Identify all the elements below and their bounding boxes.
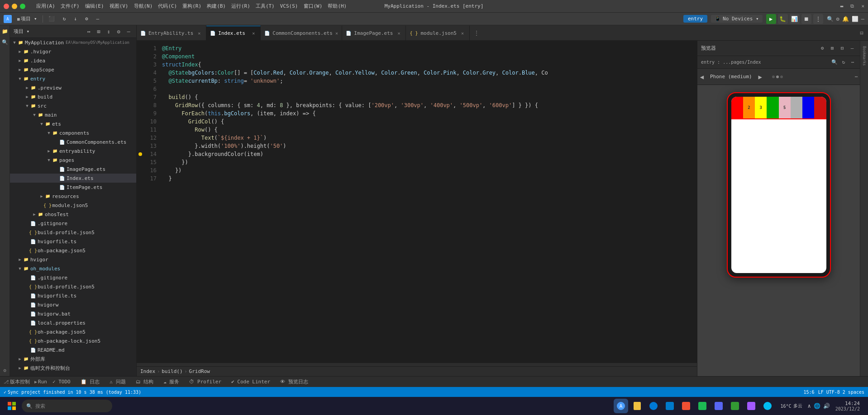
minimize-button[interactable] (12, 4, 17, 9)
tree-hvigorfile-root[interactable]: ▶ 📄 hvigorfile.ts (10, 291, 136, 300)
collapse-icon[interactable]: — (861, 16, 864, 22)
tree-hvigor[interactable]: ▶ 📁 .hvigor (10, 47, 136, 56)
taskbar-app-harmony[interactable]: A (614, 399, 628, 413)
profiler-tab[interactable]: ⏱ Profiler (185, 378, 226, 386)
explorer-btn-settings[interactable]: ⚙ (114, 28, 123, 36)
tree-hvigorw[interactable]: ▶ 📄 hvigorw (10, 300, 136, 309)
speaker-icon[interactable]: 🔊 (823, 403, 830, 409)
explorer-btn-close[interactable]: — (124, 28, 133, 36)
menu-item-refactor[interactable]: 重构(R) (182, 3, 201, 9)
tree-ohpackage-entry[interactable]: ▶ { } oh-package.json5 (10, 246, 136, 255)
version-control-tab[interactable]: ⎇ 版本控制 (4, 378, 30, 385)
taskbar-app-figma[interactable] (744, 399, 758, 413)
code-content[interactable]: @Entry @Component struct Index { @State … (160, 41, 697, 363)
services-tab[interactable]: ☁ 服务 (159, 377, 184, 386)
tree-ohmodules[interactable]: ▼ 📁 oh_modules (10, 264, 136, 273)
tree-buildprofile-root[interactable]: ▶ { } build-profile.json5 (10, 282, 136, 291)
start-button[interactable] (4, 398, 20, 414)
log-tab[interactable]: 📋 日志 (76, 377, 105, 386)
close-button[interactable] (4, 4, 9, 9)
tab-imagepage[interactable]: 📄 ImagePage.ets ✕ (342, 26, 406, 40)
tree-external[interactable]: ▶ 📁 外部库 (10, 354, 136, 363)
menu-item-code[interactable]: 代码(C) (158, 3, 177, 9)
tree-ohpackage-root[interactable]: ▶ { } oh-package.json5 (10, 327, 136, 336)
tree-readme[interactable]: ▶ 📄 README.md (10, 345, 136, 354)
preview-prev-device[interactable]: ◀ (697, 72, 706, 81)
tab-modulejson5[interactable]: { } module.json5 ✕ (406, 26, 470, 40)
tab-close-imagepage[interactable]: ✕ (396, 30, 402, 36)
taskbar-app-browser[interactable] (646, 399, 661, 413)
preview-collapse-icon[interactable]: — (848, 44, 856, 52)
taskbar-app-node[interactable] (728, 399, 742, 413)
tree-main[interactable]: ▼ 📁 main (10, 110, 136, 119)
chevron-icon[interactable]: ∧ (808, 403, 811, 409)
toolbar-icon1[interactable]: ⬛ (46, 15, 57, 23)
todo-tab[interactable]: ✓ TODO (48, 378, 75, 386)
tree-buildprofile-entry[interactable]: ▶ { } build-profile.json5 (10, 228, 136, 237)
taskbar-app-chat[interactable] (711, 399, 726, 413)
tree-preview[interactable]: ▶ 📁 .preview (10, 83, 136, 92)
entry-selector[interactable]: entry (683, 15, 707, 23)
tree-root[interactable]: ▼ 📁 MyApplication EA\HarmonyOS\MyApplica… (10, 38, 136, 47)
stop-button[interactable]: ⏹ (801, 14, 811, 24)
more-button[interactable]: ⋮ (813, 14, 823, 24)
tree-commoncomponents[interactable]: ▶ 📄 CommonComponents.ets (10, 137, 136, 146)
maximize-button[interactable] (20, 4, 25, 9)
tree-entryability[interactable]: ▶ 📁 entryability (10, 146, 136, 156)
menu-item-build[interactable]: 构建(B) (207, 3, 226, 9)
tree-modulejson5[interactable]: ▶ { } module.json5 (10, 201, 136, 210)
menu-item-app[interactable]: 应用(A) (36, 3, 55, 9)
tree-appscope[interactable]: ▶ 📁 AppScope (10, 65, 136, 74)
preview-settings-icon[interactable]: ⚙ (818, 44, 826, 52)
tree-resources[interactable]: ▶ 📁 resources (10, 192, 136, 201)
taskbar-search-box[interactable]: 🔍 搜索 (22, 400, 112, 412)
toolbar-icon3[interactable]: ↓ (71, 15, 80, 23)
taskbar-app-git[interactable] (679, 399, 693, 413)
tree-hvigorwbat[interactable]: ▶ 📄 hvigorw.bat (10, 309, 136, 318)
tab-close-commoncomponents[interactable]: ✕ (335, 30, 339, 36)
preview-refresh-icon[interactable]: ↻ (840, 59, 847, 66)
tab-entryability[interactable]: 📄 EntryAbility.ts ✕ (137, 26, 206, 40)
network-icon[interactable]: 🌐 (814, 403, 820, 409)
taskbar-app-music[interactable] (695, 399, 710, 413)
tree-indexets[interactable]: ▶ 📄 Index.ets (10, 174, 136, 183)
tree-src[interactable]: ▼ 📁 src (10, 101, 136, 110)
toolbar-icon5[interactable]: — (94, 15, 102, 23)
previewlog-tab[interactable]: 👁 预览日志 (276, 377, 313, 386)
debug-button[interactable]: 🐛 (778, 14, 788, 24)
tree-build[interactable]: ▶ 📁 build (10, 92, 136, 101)
tree-hvigorfile-entry[interactable]: ▶ 📄 hvigorfile.ts (10, 237, 136, 246)
icon-project[interactable]: 📁 (1, 27, 9, 35)
menu-item-window[interactable]: 窗口(W) (304, 3, 323, 9)
tree-hvigor-root[interactable]: ▶ 📁 hvigor (10, 255, 136, 264)
explorer-btn-3[interactable]: ↕ (105, 28, 113, 36)
problems-tab[interactable]: ⚠ 问题 (105, 377, 130, 386)
notifications-icon[interactable]: 🔔 (842, 16, 849, 22)
toolbar-icon2[interactable]: ↻ (60, 15, 69, 23)
taskbar-app-files[interactable] (630, 399, 644, 413)
preview-next-device[interactable]: ▶ (756, 72, 765, 81)
toolbar-icon-menu[interactable]: A (4, 15, 12, 23)
tree-itempage[interactable]: ▶ 📄 ItemPage.ets (10, 183, 136, 192)
device-selector[interactable]: 📱 No Devices ▾ (711, 15, 762, 23)
expand-icon[interactable]: ⬜ (852, 16, 858, 22)
toolbar-icon4[interactable]: ⚙ (82, 15, 91, 23)
preview-options-icon[interactable]: ⋯ (853, 73, 860, 80)
menu-item-nav[interactable]: 导航(N) (134, 3, 153, 9)
preview-more-icon[interactable]: ⋯ (849, 59, 856, 66)
tree-components[interactable]: ▼ 📁 components (10, 128, 136, 137)
tree-imagepage[interactable]: ▶ 📄 ImagePage.ets (10, 165, 136, 174)
explorer-btn-1[interactable]: ↔ (85, 28, 93, 36)
preview-zoom-icon[interactable]: 🔍 (831, 59, 838, 66)
preview-expand-icon[interactable]: ⊞ (828, 44, 836, 52)
horizontal-scrollbar[interactable] (137, 363, 697, 366)
tab-close-indexets[interactable]: ✕ (250, 30, 257, 37)
tree-gitignore-entry[interactable]: ▶ 📄 .gitignore (10, 219, 136, 228)
codelinter-tab[interactable]: ✔ Code Linter (227, 378, 275, 386)
tree-localprops[interactable]: ▶ 📄 local.properties (10, 318, 136, 327)
taskbar-app-vscode[interactable] (663, 399, 677, 413)
taskbar-app-9[interactable] (760, 399, 775, 413)
menu-item-vcs[interactable]: VCS(S) (280, 3, 298, 9)
icon-search[interactable]: 🔍 (1, 38, 9, 46)
tree-ohostest[interactable]: ▶ 📁 ohosTest (10, 210, 136, 219)
